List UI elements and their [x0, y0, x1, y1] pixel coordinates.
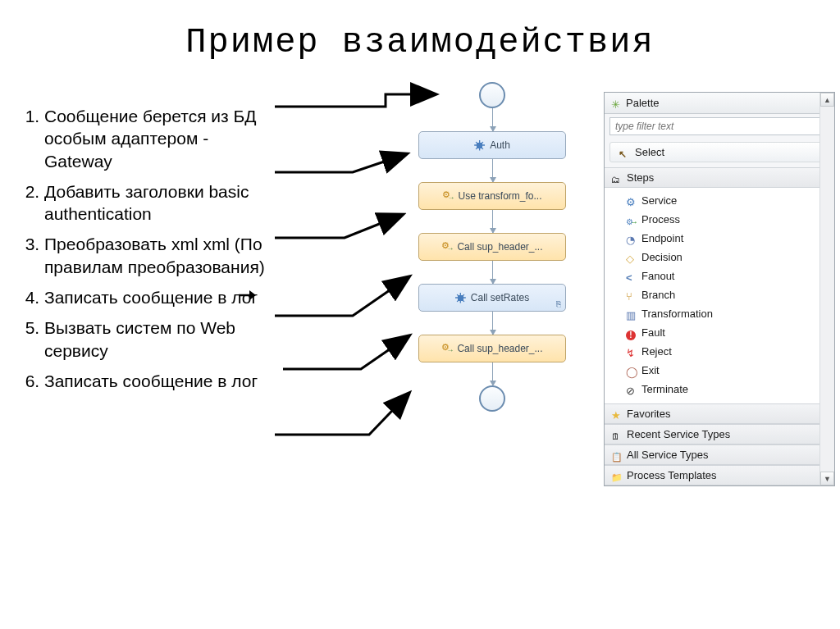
gear-icon: [474, 140, 485, 151]
drawer-icon: [611, 173, 621, 183]
palette-drawer-label: Favorites: [627, 408, 670, 420]
list-item: Добавить заголовки basic authentication: [44, 180, 271, 226]
palette-scrollbar[interactable]: ▲ ▼: [819, 93, 834, 485]
flow-connector: [492, 362, 493, 385]
flow-node-label: Call setRates: [471, 292, 529, 303]
start-node[interactable]: [479, 82, 505, 108]
end-node[interactable]: [479, 385, 505, 412]
palette-item[interactable]: Service: [605, 191, 834, 210]
palette-item[interactable]: Decision: [605, 248, 834, 267]
flow-connector: [492, 261, 493, 284]
node-badge-icon: ⎘: [556, 299, 561, 308]
scroll-up-button[interactable]: ▲: [820, 93, 834, 107]
list-item: Преобразовать xml xml (По правилам преоб…: [44, 233, 271, 278]
list-item: Сообщение берется из БД особым адаптером…: [44, 105, 271, 172]
description-list: Сообщение берется из БД особым адаптером…: [0, 82, 271, 400]
palette-item-label: Reject: [641, 345, 672, 358]
slide-title: Пример взаимодействия: [0, 0, 840, 82]
all-icon: [611, 450, 621, 460]
flow-node[interactable]: Call setRates⎘: [418, 284, 566, 312]
process-icon: [441, 242, 452, 253]
palette-item-label: Service: [641, 194, 677, 207]
palette-section-steps[interactable]: Steps: [605, 167, 834, 188]
scroll-down-button[interactable]: ▼: [820, 472, 834, 485]
palette-item[interactable]: Fanout: [605, 267, 834, 285]
recent-icon: [611, 430, 621, 440]
templates-icon: [611, 471, 621, 481]
star-icon: [611, 409, 621, 419]
flow-node[interactable]: Call sup_header_...: [418, 233, 566, 261]
transform-icon: [626, 309, 636, 319]
list-item: Вызвать систем по Web сервису: [44, 317, 271, 362]
palette-item-label: Decision: [641, 251, 682, 263]
palette-item-label: Fault: [641, 326, 665, 339]
flow-node[interactable]: Auth: [418, 131, 566, 159]
fanout-icon: [626, 271, 636, 281]
palette-item[interactable]: Branch: [605, 285, 834, 304]
reject-icon: [626, 347, 636, 357]
decision-icon: [626, 253, 636, 262]
palette-item-label: Terminate: [641, 383, 688, 395]
palette-item[interactable]: Exit: [605, 361, 834, 380]
palette-icon: [611, 98, 621, 108]
palette-item-label: Branch: [641, 289, 675, 301]
flow-node-label: Use transform_fo...: [458, 190, 541, 202]
section-label: Steps: [627, 171, 654, 184]
palette-drawer-label: Recent Service Types: [627, 428, 730, 440]
palette-item-label: Fanout: [641, 270, 674, 282]
process-icon: [441, 344, 452, 354]
flow-node-label: Auth: [490, 139, 510, 151]
flow-node[interactable]: Call sup_header_...: [418, 335, 566, 362]
palette-item[interactable]: Transformation: [605, 304, 834, 323]
fault-icon: [626, 328, 636, 338]
palette-item[interactable]: Process: [605, 210, 834, 229]
palette-drawer[interactable]: Favorites: [605, 403, 834, 424]
process-icon: [626, 215, 636, 225]
palette-item[interactable]: Fault: [605, 323, 834, 342]
palette-item[interactable]: Endpoint: [605, 229, 834, 248]
flow-connector: [492, 108, 493, 131]
flow-connector: [492, 159, 493, 182]
exit-icon: [626, 366, 636, 376]
flow-node-label: Call sup_header_...: [457, 241, 542, 253]
process-icon: [442, 191, 453, 202]
select-label: Select: [635, 146, 664, 158]
arrow-right-icon: [238, 289, 256, 302]
palette-item[interactable]: Terminate: [605, 380, 834, 399]
palette-item[interactable]: Reject: [605, 342, 834, 361]
palette-item-label: Endpoint: [641, 232, 683, 244]
palette-item-label: Exit: [641, 364, 660, 376]
svg-marker-1: [249, 290, 256, 300]
palette-panel: Palette ▷ Select Steps ServiceProcessEnd…: [604, 92, 835, 486]
palette-item-label: Process: [641, 213, 680, 226]
flow-node-label: Call sup_header_...: [457, 343, 542, 354]
palette-item-label: Transformation: [641, 308, 713, 320]
list-item: Записать сообщение в лог: [44, 286, 271, 308]
flow-node[interactable]: Use transform_fo...: [418, 182, 566, 210]
cursor-icon: [619, 148, 628, 157]
palette-drawer[interactable]: All Service Types: [605, 444, 834, 465]
palette-drawer-label: Process Templates: [627, 469, 717, 481]
endpoint-icon: [626, 234, 636, 244]
branch-icon: [626, 290, 636, 300]
palette-drawer[interactable]: Process Templates: [605, 465, 834, 485]
palette-filter-input[interactable]: [609, 117, 829, 135]
service-icon: [626, 196, 636, 206]
flow-connector: [492, 312, 493, 335]
palette-drawer[interactable]: Recent Service Types: [605, 424, 834, 444]
palette-drawer-label: All Service Types: [627, 449, 708, 461]
list-item: Записать сообщение в лог: [44, 370, 271, 392]
palette-select-tool[interactable]: Select: [609, 142, 829, 162]
gear-icon: [455, 293, 466, 303]
palette-title: Palette: [626, 97, 659, 109]
flow-connector: [492, 210, 493, 233]
palette-header[interactable]: Palette ▷: [605, 93, 834, 114]
terminate-icon: [626, 385, 636, 394]
